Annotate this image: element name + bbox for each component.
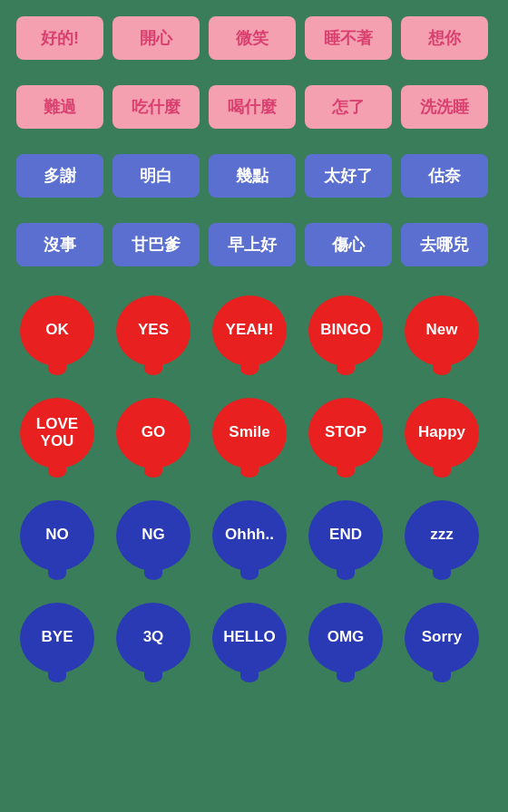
sticker-grid: 好的!開心微笑睡不著想你難過吃什麼喝什麼怎了洗洗睡多謝明白幾點太好了估奈沒事甘巴… [16,16,492,676]
sticker-bubble-HELLO[interactable]: HELLO [209,599,290,676]
bubble-label: 3Q [116,603,190,673]
sticker-rect-傷心[interactable]: 傷心 [305,223,392,266]
sticker-bubble-BYE[interactable]: BYE [16,599,98,676]
bubble-label: Ohhh.. [212,500,287,571]
sticker-rect-甘巴爹[interactable]: 甘巴爹 [112,223,200,266]
bubble-label: NO [20,500,94,571]
sticker-bubble-LOVEYOU[interactable]: LOVEYOU [16,394,98,471]
bubble-label: OMG [308,603,383,673]
sticker-rect-多謝[interactable]: 多謝 [16,154,103,198]
bubble-label: OK [20,295,94,366]
sticker-bubble-STOP[interactable]: STOP [305,394,386,471]
bubble-label: YEAH! [212,295,287,366]
sticker-rect-去哪兒[interactable]: 去哪兒 [401,223,488,266]
sticker-bubble-END[interactable]: END [305,497,386,574]
bubble-label: Sorry [405,603,479,673]
sticker-bubble-zzz[interactable]: zzz [401,497,483,574]
bubble-label: END [308,500,383,571]
sticker-rect-明白[interactable]: 明白 [112,154,200,198]
row-spacer [16,69,492,76]
sticker-rect-估奈[interactable]: 估奈 [401,154,488,198]
row-spacer [16,583,492,590]
sticker-rect-幾點[interactable]: 幾點 [209,154,296,198]
sticker-rect-想你[interactable]: 想你 [401,16,488,60]
sticker-rect-好的![interactable]: 好的! [16,16,103,60]
row-spacer [16,276,492,283]
sticker-rect-沒事[interactable]: 沒事 [16,223,103,266]
row-spacer [16,207,492,214]
sticker-rect-微笑[interactable]: 微笑 [209,16,296,60]
sticker-rect-怎了[interactable]: 怎了 [305,85,392,129]
bubble-label: STOP [308,398,383,469]
sticker-rect-睡不著[interactable]: 睡不著 [305,16,392,60]
sticker-bubble-Sorry[interactable]: Sorry [401,599,483,676]
sticker-bubble-OK[interactable]: OK [16,292,98,369]
sticker-bubble-NG[interactable]: NG [112,497,194,574]
bubble-label: BINGO [308,295,383,366]
sticker-rect-開心[interactable]: 開心 [112,16,200,60]
sticker-bubble-NO[interactable]: NO [16,497,98,574]
bubble-label: LOVEYOU [20,398,94,469]
sticker-bubble-New[interactable]: New [401,292,483,369]
sticker-bubble-BINGO[interactable]: BINGO [305,292,386,369]
row-spacer [16,138,492,145]
sticker-rect-難過[interactable]: 難過 [16,85,103,129]
row-spacer [16,480,492,488]
sticker-bubble-YES[interactable]: YES [112,292,194,369]
sticker-rect-吃什麼[interactable]: 吃什麼 [112,85,200,129]
bubble-label: New [405,295,479,366]
sticker-bubble-3Q[interactable]: 3Q [112,599,194,676]
bubble-label: Happy [405,398,479,469]
sticker-rect-洗洗睡[interactable]: 洗洗睡 [401,85,488,129]
sticker-rect-太好了[interactable]: 太好了 [305,154,392,198]
bubble-label: BYE [20,603,94,673]
bubble-label: HELLO [212,603,287,673]
sticker-bubble-YEAH![interactable]: YEAH! [209,292,290,369]
sticker-rect-喝什麼[interactable]: 喝什麼 [209,85,296,129]
bubble-label: NG [116,500,190,571]
bubble-label: GO [116,398,190,469]
bubble-label: zzz [405,500,479,571]
sticker-rect-早上好[interactable]: 早上好 [209,223,296,266]
bubble-label: YES [116,295,190,366]
bubble-label: Smile [212,398,287,469]
sticker-bubble-OMG[interactable]: OMG [305,599,386,676]
sticker-bubble-Happy[interactable]: Happy [401,394,483,471]
sticker-bubble-GO[interactable]: GO [112,394,194,471]
sticker-bubble-Smile[interactable]: Smile [209,394,290,471]
row-spacer [16,378,492,385]
sticker-bubble-Ohhh..[interactable]: Ohhh.. [209,497,290,574]
